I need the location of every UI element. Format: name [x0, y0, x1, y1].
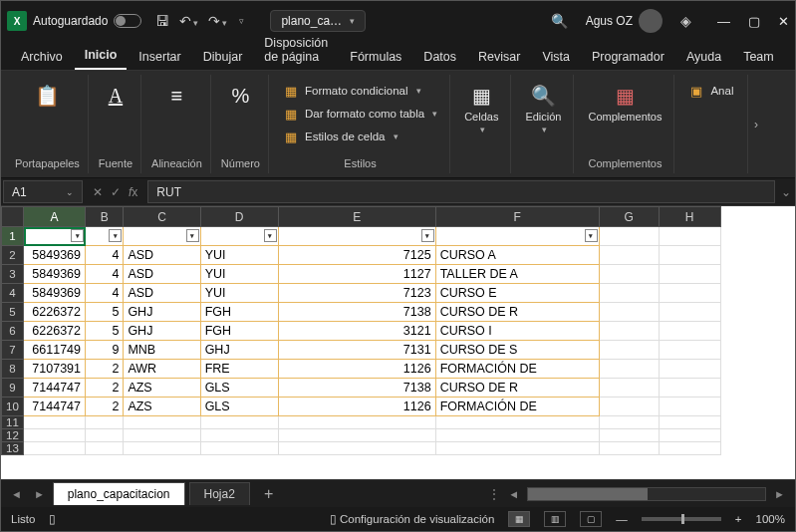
user-account[interactable]: Agus OZ — [586, 9, 663, 33]
menu-tab-ayuda[interactable]: Ayuda — [676, 44, 731, 70]
data-cell[interactable]: 4 — [86, 265, 124, 284]
cells-button[interactable]: ▦ Celdas▾ — [460, 81, 502, 136]
data-cell[interactable]: CURSO I — [435, 322, 599, 341]
conditional-format-button[interactable]: ▦Formato condicional▾ — [279, 81, 441, 101]
data-cell[interactable]: 6226372 — [24, 303, 86, 322]
row-header[interactable]: 9 — [2, 379, 24, 398]
data-cell[interactable]: 7131 — [278, 341, 435, 360]
menu-tab-archivo[interactable]: Archivo — [11, 44, 73, 70]
empty-cell[interactable] — [86, 442, 124, 455]
select-all-corner[interactable] — [2, 207, 24, 227]
expand-formula-icon[interactable]: ⌄ — [777, 178, 795, 205]
menu-tab-fórmulas[interactable]: Fórmulas — [340, 44, 411, 70]
normal-view-icon[interactable]: ▦ — [508, 511, 530, 527]
empty-cell[interactable] — [86, 429, 124, 442]
col-header[interactable]: E — [278, 207, 435, 227]
data-cell[interactable]: GLS — [200, 379, 278, 398]
prev-sheet-icon[interactable]: ◄ — [7, 488, 26, 500]
data-cell[interactable]: 6611749 — [24, 341, 86, 360]
fx-icon[interactable]: fx — [129, 185, 137, 199]
data-cell[interactable]: GHJ — [124, 322, 200, 341]
filter-icon[interactable]: ▾ — [585, 229, 598, 242]
data-cell[interactable]: YUI — [200, 265, 278, 284]
diamond-icon[interactable]: ◈ — [680, 13, 691, 29]
data-cell[interactable]: GHJ — [124, 303, 200, 322]
data-cell[interactable]: 4 — [86, 246, 124, 265]
empty-cell[interactable] — [124, 416, 200, 429]
formula-input[interactable]: RUT — [147, 180, 775, 203]
empty-cell[interactable] — [599, 341, 659, 360]
data-cell[interactable]: 2 — [86, 379, 124, 398]
menu-tab-team[interactable]: Team — [733, 44, 784, 70]
data-cell[interactable]: 7107391 — [24, 360, 86, 379]
data-cell[interactable]: 5849369 — [24, 265, 86, 284]
empty-cell[interactable] — [435, 442, 599, 455]
sheet-tab[interactable]: Hoja2 — [189, 482, 250, 505]
h-scrollbar[interactable] — [527, 487, 766, 501]
filename-box[interactable]: plano_ca… ▾ — [270, 10, 366, 32]
empty-cell[interactable] — [659, 429, 720, 442]
empty-cell[interactable] — [278, 442, 435, 455]
data-cell[interactable]: 7138 — [278, 379, 435, 398]
data-cell[interactable]: GLS — [200, 398, 278, 416]
add-sheet-icon[interactable]: + — [254, 485, 283, 503]
empty-cell[interactable] — [200, 429, 278, 442]
empty-cell[interactable] — [659, 416, 720, 429]
zoom-in-icon[interactable]: + — [735, 513, 742, 525]
col-header[interactable]: G — [599, 207, 659, 227]
filter-icon[interactable]: ▾ — [186, 229, 199, 242]
qat-more-icon[interactable]: ▿ — [239, 16, 244, 26]
format-as-table-button[interactable]: ▦Dar formato como tabla▾ — [279, 104, 441, 124]
empty-cell[interactable] — [278, 429, 435, 442]
data-cell[interactable]: 5 — [86, 303, 124, 322]
data-cell[interactable]: 2 — [86, 398, 124, 416]
data-cell[interactable]: MNB — [124, 341, 200, 360]
data-cell[interactable]: 2 — [86, 360, 124, 379]
data-cell[interactable]: 6226372 — [24, 322, 86, 341]
table-header-cell[interactable]: Nombre de la Actividad▾ — [435, 227, 599, 246]
data-cell[interactable]: 1126 — [278, 398, 435, 416]
alignment-button[interactable]: ≡ — [159, 81, 193, 111]
data-cell[interactable]: ASD — [124, 265, 200, 284]
name-box[interactable]: A1 ⌄ — [3, 180, 83, 203]
menu-tab-vista[interactable]: Vista — [532, 44, 580, 70]
empty-cell[interactable] — [86, 416, 124, 429]
filter-icon[interactable]: ▾ — [71, 229, 84, 242]
confirm-icon[interactable]: ✓ — [111, 185, 121, 199]
empty-cell[interactable] — [659, 442, 720, 455]
clipboard-button[interactable]: 📋 — [30, 81, 64, 111]
data-cell[interactable]: 9 — [86, 341, 124, 360]
analyze-button[interactable]: ▣Anal — [684, 81, 737, 101]
menu-tab-inicio[interactable]: Inicio — [75, 42, 128, 70]
row-header[interactable]: 7 — [2, 341, 24, 360]
data-cell[interactable]: 7144747 — [24, 398, 86, 416]
col-header[interactable]: B — [86, 207, 124, 227]
filter-icon[interactable]: ▾ — [109, 229, 122, 242]
data-cell[interactable]: AZS — [124, 379, 200, 398]
redo-icon[interactable]: ↷▾ — [208, 13, 227, 29]
data-cell[interactable]: 7125 — [278, 246, 435, 265]
table-header-cell[interactable]: Nombres▾ — [200, 227, 278, 246]
data-cell[interactable]: YUI — [200, 246, 278, 265]
empty-cell[interactable] — [24, 416, 86, 429]
scroll-split-icon[interactable]: ⋮ — [488, 487, 500, 501]
row-header[interactable]: 6 — [2, 322, 24, 341]
maximize-button[interactable]: ▢ — [748, 14, 760, 29]
menu-tab-programador[interactable]: Programador — [582, 44, 674, 70]
zoom-slider[interactable] — [642, 517, 721, 521]
data-cell[interactable]: FGH — [200, 322, 278, 341]
zoom-value[interactable]: 100% — [756, 513, 785, 525]
data-cell[interactable]: AWR — [124, 360, 200, 379]
empty-cell[interactable] — [659, 379, 720, 398]
autosave-toggle[interactable]: Autoguardado — [33, 14, 141, 28]
empty-cell[interactable] — [435, 429, 599, 442]
minimize-button[interactable]: — — [717, 14, 730, 29]
row-header[interactable]: 2 — [2, 246, 24, 265]
row-header[interactable]: 11 — [2, 416, 24, 429]
data-cell[interactable]: GHJ — [200, 341, 278, 360]
data-cell[interactable]: 3121 — [278, 322, 435, 341]
data-cell[interactable]: TALLER DE A — [435, 265, 599, 284]
menu-tab-disposición de página[interactable]: Disposición de página — [254, 30, 338, 70]
page-layout-icon[interactable]: ▥ — [544, 511, 566, 527]
data-cell[interactable]: 1126 — [278, 360, 435, 379]
